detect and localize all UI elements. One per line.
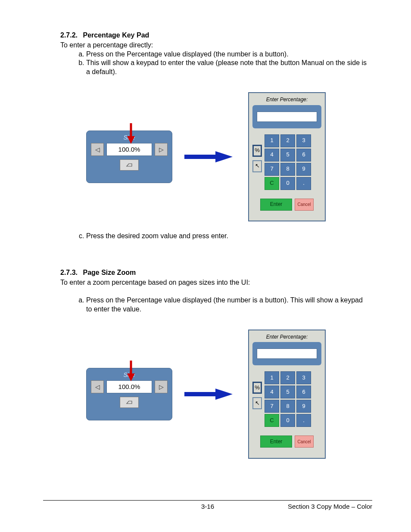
percentage-keypad: Enter Percentage: % ↖ 1 2 3 4 5 6 7 8 bbox=[248, 92, 326, 221]
key-2[interactable]: 2 bbox=[280, 134, 295, 147]
enter-button[interactable]: Enter bbox=[260, 199, 292, 211]
heading-num: 2.7.2. bbox=[60, 31, 81, 40]
steps-272: Press on the Percentage value displayed … bbox=[60, 50, 368, 77]
key-4[interactable]: 4 bbox=[265, 149, 279, 162]
keypad-display-wrap bbox=[252, 105, 321, 128]
mode-percent-button[interactable]: % bbox=[252, 382, 262, 394]
key-dot[interactable]: . bbox=[296, 177, 311, 190]
key-0[interactable]: 0 bbox=[280, 414, 295, 427]
size-panel: Size ◁ 100.0% ▷ bbox=[86, 131, 172, 183]
size-decrease-button[interactable]: ◁ bbox=[91, 380, 104, 393]
page-number: 3-16 bbox=[201, 502, 214, 511]
key-clear[interactable]: C bbox=[265, 177, 279, 190]
reset-button[interactable] bbox=[120, 159, 139, 171]
steps-272-cont: Press the desired zoom value and press e… bbox=[60, 232, 368, 241]
eraser-icon bbox=[125, 400, 133, 405]
heading-title: Page Size Zoom bbox=[83, 269, 136, 276]
red-down-arrow-icon bbox=[125, 121, 137, 146]
leads-to-arrow-icon bbox=[184, 388, 236, 401]
figure-row-273: Size ◁ 100.0% ▷ Enter Percenta bbox=[86, 330, 368, 459]
size-increase-button[interactable]: ▷ bbox=[155, 380, 168, 393]
footer-section: Section 3 Copy Mode – Color bbox=[288, 502, 372, 511]
eraser-icon bbox=[125, 162, 133, 168]
key-6[interactable]: 6 bbox=[296, 386, 311, 398]
leads-to-arrow-icon bbox=[184, 150, 236, 163]
key-dot[interactable]: . bbox=[296, 414, 311, 427]
keypad-display-wrap bbox=[252, 342, 321, 365]
reset-button[interactable] bbox=[120, 397, 139, 408]
key-7[interactable]: 7 bbox=[265, 163, 279, 176]
step-a: Press on the Percentage value displayed … bbox=[86, 50, 368, 59]
key-9[interactable]: 9 bbox=[296, 163, 311, 176]
keypad-title: Enter Percentage: bbox=[252, 334, 321, 341]
heading-273: 2.7.3. Page Size Zoom bbox=[60, 268, 368, 277]
cancel-button[interactable]: Cancel bbox=[295, 199, 314, 211]
size-increase-button[interactable]: ▷ bbox=[155, 143, 168, 156]
size-panel: Size ◁ 100.0% ▷ bbox=[86, 368, 172, 420]
key-5[interactable]: 5 bbox=[280, 386, 295, 398]
key-5[interactable]: 5 bbox=[280, 149, 295, 162]
key-4[interactable]: 4 bbox=[265, 386, 279, 398]
keypad-display[interactable] bbox=[257, 348, 317, 359]
mode-diagonal-button[interactable]: ↖ bbox=[252, 160, 262, 172]
size-decrease-button[interactable]: ◁ bbox=[91, 143, 104, 156]
step-a: Press on the Percentage value displayed … bbox=[86, 296, 368, 314]
key-3[interactable]: 3 bbox=[296, 134, 311, 147]
cancel-button[interactable]: Cancel bbox=[295, 436, 314, 448]
heading-title: Percentage Key Pad bbox=[83, 31, 149, 39]
key-8[interactable]: 8 bbox=[280, 163, 295, 176]
key-1[interactable]: 1 bbox=[265, 371, 279, 384]
red-down-arrow-icon bbox=[125, 359, 137, 383]
steps-273: Press on the Percentage value displayed … bbox=[60, 296, 368, 314]
heading-272: 2.7.2. Percentage Key Pad bbox=[60, 31, 368, 40]
key-clear[interactable]: C bbox=[265, 414, 279, 427]
svg-rect-1 bbox=[184, 392, 215, 396]
key-6[interactable]: 6 bbox=[296, 149, 311, 162]
figure-row-272: Size ◁ 100.0% ▷ Enter Per bbox=[86, 92, 368, 221]
mode-diagonal-button[interactable]: ↖ bbox=[252, 397, 262, 409]
mode-percent-button[interactable]: % bbox=[252, 145, 262, 157]
key-8[interactable]: 8 bbox=[280, 400, 295, 413]
keypad-title: Enter Percentage: bbox=[252, 96, 321, 103]
keypad-display[interactable] bbox=[257, 112, 317, 122]
percentage-keypad: Enter Percentage: % ↖ 1 2 3 4 5 6 7 8 bbox=[248, 330, 326, 459]
key-3[interactable]: 3 bbox=[296, 371, 311, 384]
intro-272: To enter a percentage directly: bbox=[60, 41, 368, 50]
step-b: This will show a keypad to enter the val… bbox=[86, 59, 368, 77]
key-0[interactable]: 0 bbox=[280, 177, 295, 190]
heading-num: 2.7.3. bbox=[60, 268, 81, 277]
key-9[interactable]: 9 bbox=[296, 400, 311, 413]
step-c: Press the desired zoom value and press e… bbox=[86, 232, 368, 241]
keypad-grid: 1 2 3 4 5 6 7 8 9 C 0 . bbox=[265, 371, 311, 427]
intro-273: To enter a zoom percentage based on page… bbox=[60, 278, 368, 287]
keypad-grid: 1 2 3 4 5 6 7 8 9 C 0 . bbox=[265, 134, 311, 190]
page-footer: 3-16 Section 3 Copy Mode – Color bbox=[43, 500, 372, 511]
svg-rect-0 bbox=[184, 155, 215, 159]
key-1[interactable]: 1 bbox=[265, 134, 279, 147]
key-2[interactable]: 2 bbox=[280, 371, 295, 384]
key-7[interactable]: 7 bbox=[265, 400, 279, 413]
enter-button[interactable]: Enter bbox=[260, 436, 292, 448]
